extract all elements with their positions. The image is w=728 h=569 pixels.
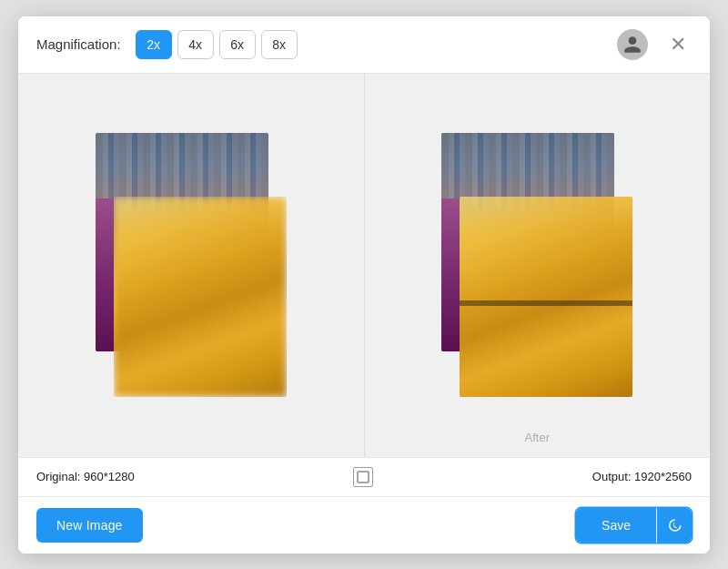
save-group: Save xyxy=(576,508,692,543)
after-label: After xyxy=(525,431,550,444)
svg-rect-0 xyxy=(358,472,369,483)
main-dialog: Magnification: 2x 4x 6x 8x ✕ xyxy=(18,16,710,554)
close-button[interactable]: ✕ xyxy=(664,31,692,58)
expand-icon[interactable] xyxy=(353,467,373,487)
magnification-label: Magnification: xyxy=(36,36,121,52)
header: Magnification: 2x 4x 6x 8x ✕ xyxy=(18,16,710,74)
output-front-image xyxy=(460,197,632,397)
save-history-button[interactable] xyxy=(657,508,692,543)
new-image-button[interactable]: New Image xyxy=(36,508,143,543)
history-icon xyxy=(666,517,682,533)
mag-6x-button[interactable]: 6x xyxy=(219,30,256,59)
footer: New Image Save xyxy=(18,496,710,554)
save-button[interactable]: Save xyxy=(576,508,656,543)
original-preview xyxy=(18,74,365,457)
magnification-buttons: 2x 4x 6x 8x xyxy=(136,30,298,59)
original-front-image xyxy=(114,197,287,397)
info-bar: Original: 960*1280 Output: 1920*2560 xyxy=(18,457,710,496)
output-image-stack xyxy=(441,133,632,397)
user-avatar[interactable] xyxy=(617,29,648,60)
mag-8x-button[interactable]: 8x xyxy=(261,30,298,59)
original-image-stack xyxy=(96,133,287,397)
output-info: Output: 1920*2560 xyxy=(592,470,692,483)
mag-2x-button[interactable]: 2x xyxy=(136,30,172,59)
output-preview: After xyxy=(365,74,711,457)
original-info: Original: 960*1280 xyxy=(36,470,135,483)
person-icon xyxy=(622,35,642,55)
preview-area: After xyxy=(18,74,710,457)
mag-4x-button[interactable]: 4x xyxy=(177,30,214,59)
